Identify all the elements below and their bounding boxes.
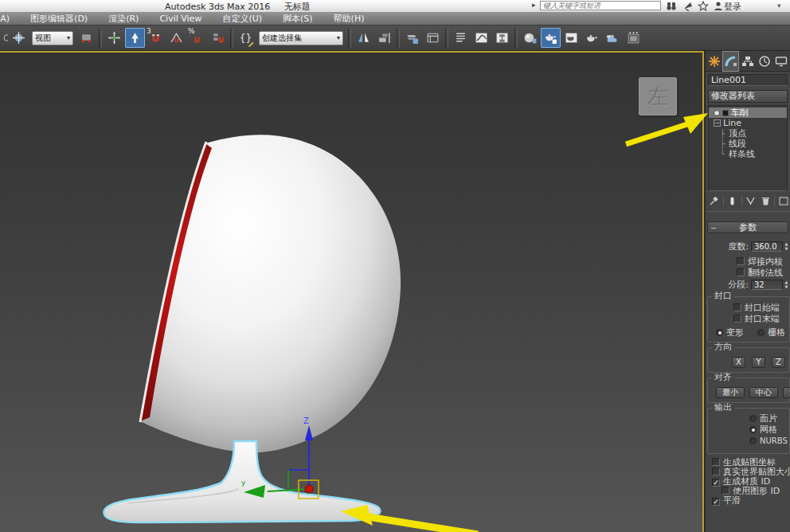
- scene-explorer-button[interactable]: [451, 28, 471, 48]
- cap-start-row[interactable]: 封口始端: [733, 303, 780, 313]
- tab-motion[interactable]: [756, 51, 772, 72]
- select-and-move-button[interactable]: [104, 28, 124, 48]
- align-max-button[interactable]: 最大: [783, 387, 790, 398]
- flip-normals-checkbox[interactable]: [737, 268, 745, 276]
- rendered-frame-window-button[interactable]: [561, 28, 581, 48]
- cap-start-checkbox[interactable]: [733, 303, 741, 311]
- grid-radio[interactable]: [757, 329, 765, 336]
- tab-hierarchy[interactable]: [739, 51, 756, 72]
- direction-x-button[interactable]: X: [732, 357, 745, 368]
- patch-label: 面片: [760, 413, 777, 424]
- lathe-chair-model[interactable]: [104, 135, 401, 522]
- render-gallery-button[interactable]: [624, 28, 643, 48]
- menu-item-help[interactable]: 帮助(H): [323, 12, 375, 25]
- direction-z-button[interactable]: Z: [772, 357, 785, 368]
- render-production-button[interactable]: [582, 28, 602, 48]
- menu-item-scripting[interactable]: 脚本(S): [272, 12, 323, 25]
- tab-create[interactable]: [706, 51, 722, 72]
- nurbs-radio-row[interactable]: NURBS: [749, 436, 788, 446]
- menu-item-customize[interactable]: 自定义(U): [212, 12, 272, 25]
- snap-toggle-3d-button[interactable]: 3: [146, 28, 166, 48]
- degrees-spinner[interactable]: ▲▼: [784, 241, 789, 252]
- morph-radio-row[interactable]: 变形: [716, 327, 744, 338]
- patch-radio[interactable]: [749, 415, 757, 422]
- align-button[interactable]: [374, 28, 394, 48]
- stack-item-lathe[interactable]: 车削: [709, 108, 787, 118]
- viewport-left-overlay-button[interactable]: 左: [639, 77, 677, 115]
- 3dsmax-window: Autodesk 3ds Max 2016 无标题 ▸ 登录 ▾ (A) 图形编…: [0, 0, 790, 532]
- help-search-input[interactable]: [540, 1, 661, 10]
- mirror-button[interactable]: [354, 28, 373, 48]
- smooth-checkbox[interactable]: ✓: [712, 498, 720, 506]
- patch-radio-row[interactable]: 面片: [749, 413, 777, 424]
- titlebar-more-icon[interactable]: ▾: [777, 2, 781, 10]
- render-in-cloud-button[interactable]: [603, 28, 623, 48]
- toggle-ribbon-button[interactable]: [423, 28, 443, 48]
- weld-core-checkbox[interactable]: [737, 257, 745, 265]
- schematic-view-button[interactable]: [492, 28, 512, 48]
- communication-center-icon[interactable]: [682, 1, 694, 11]
- segments-spinner[interactable]: ▲▼: [784, 280, 789, 290]
- nurbs-radio[interactable]: [749, 437, 757, 444]
- object-name-field[interactable]: Line001: [708, 74, 788, 86]
- sign-in-person-icon[interactable]: [713, 1, 724, 11]
- render-setup-button[interactable]: [541, 28, 561, 48]
- stack-item-spline[interactable]: └ 样条线: [709, 149, 787, 159]
- percent-snap-button[interactable]: %: [187, 28, 207, 48]
- make-unique-button[interactable]: [745, 195, 757, 207]
- stack-item-line[interactable]: − Line: [709, 118, 787, 128]
- mesh-radio[interactable]: [749, 426, 757, 433]
- material-editor-button[interactable]: [520, 28, 540, 48]
- smooth-row[interactable]: ✓平滑: [712, 495, 741, 506]
- tab-modify[interactable]: [722, 51, 739, 72]
- grid-radio-row[interactable]: 栅格: [757, 327, 785, 338]
- select-and-orbit-button[interactable]: [9, 28, 29, 48]
- degrees-field[interactable]: 360.0: [751, 241, 783, 252]
- menu-item-partial[interactable]: (A): [0, 12, 20, 25]
- morph-radio[interactable]: [716, 329, 723, 336]
- favorites-star-icon[interactable]: [698, 1, 709, 11]
- direction-y-button[interactable]: Y: [752, 357, 765, 368]
- align-center-button[interactable]: 中心: [749, 387, 778, 398]
- configure-modifier-sets-button[interactable]: [777, 195, 790, 207]
- clipped-toolbar-icon[interactable]: [0, 28, 8, 48]
- mesh-radio-row[interactable]: 网格: [749, 424, 777, 435]
- modifier-list-dropdown[interactable]: 修改器列表: [708, 90, 788, 103]
- menu-item-civil-view[interactable]: Civil View: [149, 12, 212, 25]
- flip-normals-row[interactable]: 翻转法线: [737, 268, 783, 278]
- manage-layers-button[interactable]: [402, 28, 422, 48]
- collapse-icon[interactable]: −: [714, 119, 721, 127]
- stack-item-vertex[interactable]: ├ 顶点: [709, 128, 787, 139]
- angle-snap-button[interactable]: [166, 28, 186, 48]
- weld-core-row[interactable]: 焊接内核: [737, 256, 783, 267]
- menu-item-graph-editors[interactable]: 图形编辑器(D): [20, 12, 98, 25]
- cap-end-checkbox[interactable]: [733, 315, 741, 323]
- menu-item-rendering[interactable]: 渲染(R): [98, 12, 149, 25]
- lightbulb-icon[interactable]: [714, 110, 720, 116]
- named-selection-set-dropdown[interactable]: 创建选择集 ▾: [259, 31, 343, 45]
- cap-end-row[interactable]: 封口末端: [733, 314, 780, 324]
- reference-coordinate-dropdown[interactable]: 视图 ▾: [32, 31, 73, 45]
- spinner-snap-button[interactable]: [208, 28, 228, 48]
- parameters-rollout-header[interactable]: − 参数: [707, 221, 788, 233]
- real-world-checkbox[interactable]: [712, 467, 720, 475]
- use-pivot-center-button[interactable]: [76, 28, 96, 48]
- gen-material-checkbox[interactable]: ✓: [712, 479, 720, 487]
- segments-field[interactable]: 32: [751, 280, 783, 290]
- align-min-button[interactable]: 最小: [716, 387, 745, 398]
- tab-display[interactable]: [772, 51, 789, 72]
- perspective-viewport[interactable]: Z y 左: [0, 51, 704, 532]
- use-shape-checkbox[interactable]: [722, 487, 729, 495]
- curve-editor-button[interactable]: [471, 28, 491, 48]
- search-flyout-icon[interactable]: ▸: [532, 1, 536, 9]
- remove-modifier-button[interactable]: [759, 195, 772, 207]
- document-title: 无标题: [284, 2, 311, 12]
- stack-item-segment[interactable]: ├ 线段: [709, 139, 787, 149]
- search-binoculars-icon[interactable]: [666, 1, 677, 11]
- edit-named-selection-button[interactable]: {}: [236, 28, 256, 48]
- show-end-result-button[interactable]: [726, 195, 739, 207]
- sign-in-label[interactable]: 登录: [724, 1, 741, 13]
- gen-mapping-checkbox[interactable]: [712, 458, 720, 466]
- pin-stack-button[interactable]: [708, 195, 721, 207]
- select-object-button[interactable]: [125, 28, 145, 48]
